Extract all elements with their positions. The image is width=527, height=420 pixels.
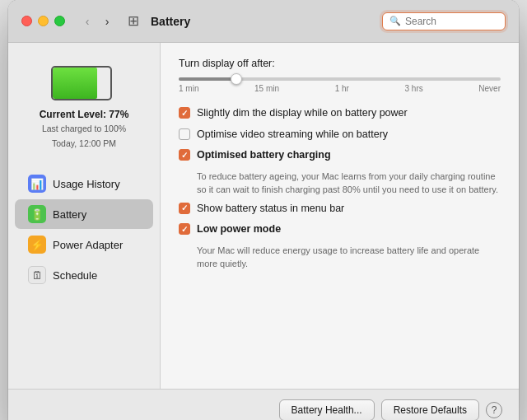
forward-arrow[interactable]: ›: [100, 14, 114, 29]
traffic-lights: [21, 16, 65, 26]
option-optimised-charging: Optimised battery charging: [179, 148, 501, 163]
slider-label-4: Never: [478, 84, 501, 93]
label-low-power: Low power mode: [197, 222, 281, 237]
sidebar: Current Level: 77% Last charged to 100% …: [8, 43, 161, 389]
sidebar-label-usage: Usage History: [53, 178, 120, 190]
window-title: Battery: [151, 15, 190, 28]
schedule-icon: 🗓: [28, 266, 46, 284]
slider-label-2: 1 hr: [335, 84, 349, 93]
sidebar-nav: 📊 Usage History 🔋 Battery ⚡ Power Adapte…: [8, 169, 160, 290]
bottom-bar: Battery Health... Restore Defaults ?: [8, 389, 519, 420]
option-low-power: Low power mode: [179, 222, 501, 237]
checkbox-menu-bar[interactable]: [179, 203, 190, 214]
battery-fill: [53, 68, 97, 99]
slider-thumb: [231, 73, 242, 85]
sidebar-label-schedule: Schedule: [53, 269, 97, 282]
content-area: Current Level: 77% Last charged to 100% …: [8, 43, 519, 389]
slider-label-1: 15 min: [254, 84, 279, 93]
slider-fill: [179, 77, 236, 81]
sidebar-item-battery[interactable]: 🔋 Battery: [15, 199, 153, 229]
label-video-streaming: Optimise video streaming while on batter…: [197, 128, 388, 142]
main-panel: Turn display off after: 1 min 15 min 1 h…: [161, 43, 519, 389]
battery-health-button[interactable]: Battery Health...: [279, 399, 375, 420]
checkbox-low-power[interactable]: [179, 223, 190, 235]
slider-labels: 1 min 15 min 1 hr 3 hrs Never: [179, 84, 501, 93]
label-dim-display: Slightly dim the display while on batter…: [197, 106, 408, 121]
checkbox-dim-display[interactable]: [179, 107, 190, 119]
search-box[interactable]: 🔍: [382, 12, 506, 30]
minimize-button[interactable]: [38, 16, 49, 26]
slider-label-0: 1 min: [179, 84, 198, 93]
option-menu-bar: Show battery status in menu bar: [179, 202, 501, 217]
slider-track: [179, 77, 501, 81]
checkbox-optimised-charging[interactable]: [179, 149, 190, 161]
close-button[interactable]: [21, 16, 32, 26]
battery-time: Today, 12:00 PM: [52, 138, 116, 150]
titlebar: ‹ › ⊞ Battery 🔍: [8, 0, 519, 43]
search-icon: 🔍: [389, 16, 401, 26]
battery-graphic: [51, 66, 117, 100]
slider-label-3: 3 hrs: [404, 84, 422, 93]
battery-status: Current Level: 77% Last charged to 100% …: [8, 56, 160, 166]
sidebar-label-power: Power Adapter: [53, 239, 123, 251]
sidebar-item-schedule[interactable]: 🗓 Schedule: [15, 260, 153, 290]
maximize-button[interactable]: [54, 16, 65, 26]
display-sleep-slider[interactable]: 1 min 15 min 1 hr 3 hrs Never: [179, 77, 501, 93]
battery-level: Current Level: 77%: [40, 109, 129, 120]
restore-defaults-button[interactable]: Restore Defaults: [381, 399, 479, 420]
battery-icon-sidebar: 🔋: [28, 205, 46, 223]
option-dim-display: Slightly dim the display while on batter…: [179, 106, 501, 121]
option-video-streaming: Optimise video streaming while on batter…: [179, 128, 501, 142]
nav-arrows: ‹ ›: [80, 14, 114, 29]
usage-history-icon: 📊: [28, 175, 46, 193]
battery-charged: Last charged to 100%: [42, 123, 126, 135]
sidebar-item-usage-history[interactable]: 📊 Usage History: [15, 169, 153, 198]
search-input[interactable]: [405, 16, 498, 27]
power-adapter-icon: ⚡: [28, 236, 46, 254]
desc-low-power: Your Mac will reduce energy usage to inc…: [197, 244, 501, 271]
sidebar-item-power-adapter[interactable]: ⚡ Power Adapter: [15, 230, 153, 259]
display-off-label: Turn display off after:: [179, 58, 501, 69]
checkbox-video-streaming[interactable]: [179, 128, 190, 140]
sidebar-label-battery: Battery: [53, 208, 86, 221]
system-preferences-window: ‹ › ⊞ Battery 🔍 Current Level: 77% Last …: [8, 0, 519, 420]
grid-icon[interactable]: ⊞: [128, 12, 139, 30]
help-button[interactable]: ?: [486, 402, 502, 418]
desc-optimised-charging: To reduce battery ageing, your Mac learn…: [197, 170, 501, 197]
back-arrow[interactable]: ‹: [80, 14, 95, 29]
label-menu-bar: Show battery status in menu bar: [197, 202, 344, 217]
label-optimised-charging: Optimised battery charging: [197, 148, 331, 163]
